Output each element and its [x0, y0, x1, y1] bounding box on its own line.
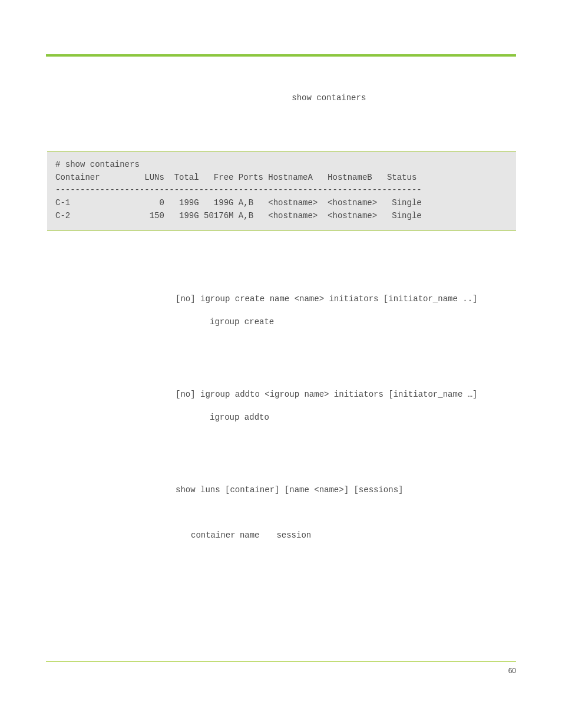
code-line: C-1 0 199G 199G A,B <hostname> <hostname…: [55, 198, 422, 207]
text: Gateway or not.: [306, 437, 361, 446]
text: command output, which lists: [366, 93, 464, 102]
text: The: [176, 531, 191, 539]
text: target LUNs.: [329, 341, 372, 350]
text: The: [194, 317, 210, 326]
inline-command: container: [191, 531, 236, 540]
desc-igroup-addto: The igroup addto command adds a list of …: [176, 411, 516, 447]
header-rule: [46, 54, 516, 57]
inline-command: show containers: [292, 93, 366, 103]
syntax-igroup-addto: [no] igroup addto <igroup name> initiato…: [176, 388, 516, 401]
text: optional parameters display additional: [311, 531, 442, 539]
text: These values are displayed in the: [176, 93, 292, 102]
syntax-show-luns: show luns [container] [name <name>] [ses…: [176, 484, 516, 496]
inline-command: name: [240, 531, 260, 540]
code-line: C-2 150 199G 50176M A,B <hostname> <host…: [55, 211, 422, 220]
show-containers-paragraph: These values are displayed in the show c…: [176, 92, 516, 127]
main-content: These values are displayed in the show c…: [46, 92, 516, 542]
code-line: Container LUNs Total Free Ports Hostname…: [55, 173, 416, 182]
text: information.: [444, 531, 484, 539]
inline-command: igroup create: [210, 317, 274, 327]
inline-command: session: [276, 531, 311, 540]
heading-igroup-create: igroup create: [46, 266, 516, 282]
code-line: ----------------------------------------…: [55, 185, 422, 195]
text: and: [259, 531, 276, 539]
code-line: # show containers: [55, 160, 140, 169]
desc-show-luns-2: The container, name and session optional…: [176, 529, 516, 542]
heading-igroup-addto: igroup addto: [46, 362, 516, 378]
text: command adds a list of initiators to an …: [269, 413, 428, 421]
text: status). An example is provided below.: [368, 117, 498, 126]
inline-command: igroup addto: [210, 413, 269, 422]
desc-igroup-create: The igroup create command creates an ini…: [176, 316, 516, 351]
text: ,: [236, 531, 240, 539]
page-number: 60: [508, 666, 516, 676]
page: These values are displayed in the show c…: [0, 0, 562, 728]
footer-left: VMA SAN Gateway Administration: [46, 666, 145, 676]
footer: VMA SAN Gateway Administration 60: [46, 661, 516, 676]
code-block-show-containers: # show containers Container LUNs Total F…: [47, 151, 516, 231]
heading-show-luns: show luns: [46, 457, 516, 473]
syntax-igroup-create: [no] igroup create name <name> initiator…: [176, 293, 516, 305]
text: The: [194, 413, 210, 421]
desc-show-luns-1: This command displays all the LUNs defin…: [176, 507, 516, 519]
text: command creates an initiator group with …: [274, 317, 435, 326]
